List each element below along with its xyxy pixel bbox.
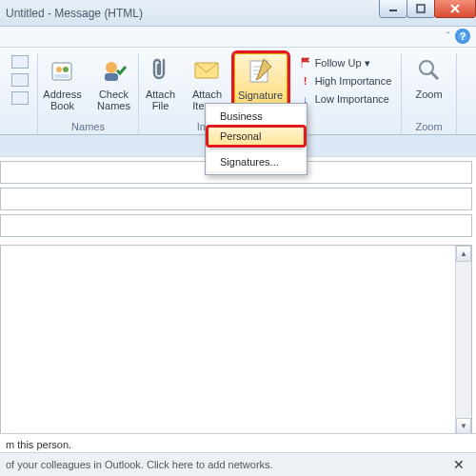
exclamation-icon: ! — [299, 74, 312, 88]
body-scrollbar[interactable]: ▲ ▼ — [455, 246, 471, 434]
subject-field[interactable] — [0, 214, 472, 237]
menu-separator — [209, 149, 303, 149]
cc-field[interactable] — [0, 188, 472, 210]
close-icon[interactable]: ✕ — [453, 457, 470, 472]
signature-option-business[interactable]: Business — [208, 107, 305, 126]
signature-option-personal[interactable]: Personal — [208, 127, 305, 146]
signature-icon — [246, 56, 276, 87]
window-title: Untitled - Message (HTML) — [0, 7, 143, 20]
svg-rect-9 — [105, 73, 118, 81]
scroll-up-button[interactable]: ▲ — [456, 246, 471, 262]
signature-dropdown: Business Personal Signatures... — [205, 103, 307, 175]
social-connector-bar[interactable]: of your colleagues in Outlook. Click her… — [0, 452, 476, 476]
high-importance-button[interactable]: ! High Importance — [299, 73, 392, 89]
flag-icon — [299, 56, 312, 69]
attach-file-label: Attach File — [146, 89, 175, 111]
low-importance-button[interactable]: ↓ Low Importance — [299, 91, 389, 107]
check-names-icon — [99, 55, 129, 86]
svg-rect-7 — [54, 74, 69, 78]
title-bar: Untitled - Message (HTML) — [0, 0, 476, 27]
follow-up-label: Follow Up ▾ — [315, 57, 370, 69]
clipboard-icon[interactable] — [11, 91, 29, 105]
attach-file-button[interactable]: Attach File — [141, 53, 181, 111]
clipboard-group-partial — [0, 53, 38, 134]
high-importance-label: High Importance — [315, 75, 392, 87]
message-body[interactable]: ▲ ▼ — [0, 245, 472, 435]
group-label-zoom: Zoom — [402, 121, 456, 132]
clipboard-icon[interactable] — [11, 55, 29, 69]
group-label-names: Names — [38, 121, 138, 132]
follow-up-button[interactable]: Follow Up ▾ — [299, 55, 370, 70]
close-button[interactable] — [434, 0, 476, 18]
ribbon-group-names: Address Book Check Names Names — [38, 53, 139, 134]
check-names-label: Check Names — [97, 89, 130, 111]
svg-point-15 — [420, 61, 433, 74]
clipboard-icon[interactable] — [11, 73, 29, 87]
zoom-button[interactable]: Zoom — [407, 53, 452, 100]
svg-point-8 — [106, 62, 117, 73]
social-connector-text: of your colleagues in Outlook. Click her… — [6, 459, 273, 470]
envelope-icon — [192, 55, 223, 86]
svg-point-5 — [56, 67, 62, 72]
quick-access-bar: ˆ ? — [0, 27, 476, 48]
signature-option-signatures[interactable]: Signatures... — [208, 152, 305, 171]
message-header-fields: ▲ ▼ — [0, 156, 476, 435]
scroll-down-button[interactable]: ▼ — [456, 418, 471, 434]
svg-point-6 — [63, 67, 69, 72]
svg-rect-1 — [417, 5, 425, 12]
help-icon[interactable]: ? — [455, 29, 470, 44]
address-book-icon — [48, 55, 78, 86]
low-importance-label: Low Importance — [315, 93, 389, 105]
address-book-label: Address Book — [43, 89, 81, 111]
address-book-button[interactable]: Address Book — [40, 53, 86, 111]
maximize-button[interactable] — [407, 0, 435, 18]
ribbon-group-zoom: Zoom Zoom — [402, 53, 457, 134]
minimize-button[interactable] — [379, 0, 407, 18]
window-controls — [380, 0, 476, 18]
magnifier-icon — [414, 55, 445, 86]
zoom-label: Zoom — [415, 89, 442, 100]
people-pane-text: m this person. — [6, 439, 71, 450]
paperclip-icon — [146, 55, 176, 86]
ribbon-collapse-icon[interactable]: ˆ — [446, 31, 449, 42]
svg-line-16 — [431, 72, 438, 79]
check-names-button[interactable]: Check Names — [91, 53, 137, 111]
